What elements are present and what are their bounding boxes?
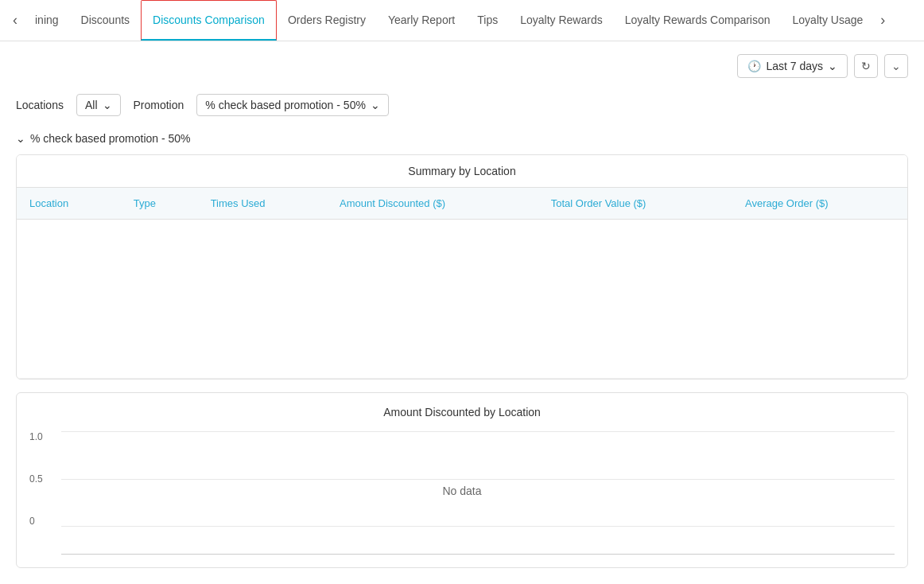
col-total-order-value[interactable]: Total Order Value ($): [538, 188, 732, 220]
y-label-1: 1.0: [29, 431, 43, 442]
empty-row: [17, 220, 907, 379]
chart-line-bottom: [61, 526, 895, 527]
refresh-icon: ↻: [861, 60, 871, 72]
table-header-row: Location Type Times Used Amount Discount…: [17, 188, 907, 220]
promotion-select[interactable]: % check based promotion - 50% ⌄: [196, 94, 389, 116]
more-options-button[interactable]: ⌄: [884, 54, 908, 78]
tab-prev-button[interactable]: ‹: [6, 0, 24, 41]
promotion-toggle[interactable]: ⌄ % check based promotion - 50%: [16, 132, 908, 145]
clock-icon: 🕐: [747, 60, 761, 72]
chart-card: Amount Discounted by Location 1.0 0.5 0 …: [16, 392, 908, 568]
locations-filter-label: Locations: [16, 99, 64, 111]
chevron-down-icon: ⌄: [371, 99, 380, 111]
table-body: [17, 220, 907, 379]
y-label-3: 0: [29, 516, 43, 527]
tab-training[interactable]: ining: [24, 0, 70, 41]
tab-loyalty-rewards-comparison[interactable]: Loyalty Rewards Comparison: [614, 0, 782, 41]
chart-title: Amount Discounted by Location: [29, 406, 895, 419]
chart-x-axis: [61, 554, 895, 555]
tab-discounts[interactable]: Discounts: [70, 0, 141, 41]
chevron-down-icon: ⌄: [103, 99, 112, 111]
col-type[interactable]: Type: [121, 188, 198, 220]
col-location[interactable]: Location: [17, 188, 121, 220]
main-content: 🕐 Last 7 days ⌄ ↻ ⌄ Locations All ⌄ Prom…: [0, 41, 924, 581]
tab-loyalty-usage[interactable]: Loyalty Usage: [782, 0, 875, 41]
tab-loyalty-rewards[interactable]: Loyalty Rewards: [509, 0, 614, 41]
col-times-used[interactable]: Times Used: [198, 188, 327, 220]
chart-grid-lines: [61, 431, 895, 527]
chevron-down-icon: ⌄: [828, 60, 837, 72]
promotion-section: ⌄ % check based promotion - 50% Summary …: [16, 132, 908, 380]
date-range-label: Last 7 days: [766, 60, 823, 72]
promotion-filter-label: Promotion: [134, 99, 184, 111]
summary-table: Location Type Times Used Amount Discount…: [17, 188, 907, 379]
chart-area: 1.0 0.5 0 No data: [29, 431, 895, 551]
tab-yearly-report[interactable]: Yearly Report: [377, 0, 466, 41]
chevron-down-icon: ⌄: [16, 132, 25, 145]
tab-discounts-comparison[interactable]: Discounts Comparison: [141, 0, 277, 41]
summary-card: Summary by Location Location Type Times …: [16, 154, 908, 380]
locations-select[interactable]: All ⌄: [76, 94, 121, 116]
tab-orders-registry[interactable]: Orders Registry: [277, 0, 377, 41]
no-data-label: No data: [442, 485, 481, 497]
promotion-toggle-label: % check based promotion - 50%: [30, 132, 191, 145]
tab-next-button[interactable]: ›: [874, 0, 891, 41]
toolbar-row: 🕐 Last 7 days ⌄ ↻ ⌄: [16, 54, 908, 78]
filter-row: Locations All ⌄ Promotion % check based …: [16, 94, 908, 116]
chevron-down-icon: ⌄: [891, 60, 901, 72]
tab-tips[interactable]: Tips: [466, 0, 509, 41]
date-range-button[interactable]: 🕐 Last 7 days ⌄: [737, 54, 848, 78]
promotion-value: % check based promotion - 50%: [205, 99, 366, 111]
table-header: Location Type Times Used Amount Discount…: [17, 188, 907, 220]
chart-line-mid: [61, 479, 895, 480]
tab-bar: ‹ ining Discounts Discounts Comparison O…: [0, 0, 924, 41]
chart-line-top: [61, 431, 895, 432]
col-average-order[interactable]: Average Order ($): [732, 188, 907, 220]
locations-value: All: [85, 99, 98, 111]
y-label-2: 0.5: [29, 473, 43, 485]
col-amount-discounted[interactable]: Amount Discounted ($): [327, 188, 538, 220]
summary-table-title: Summary by Location: [17, 155, 907, 188]
chart-y-labels: 1.0 0.5 0: [29, 431, 43, 527]
refresh-button[interactable]: ↻: [854, 54, 878, 78]
